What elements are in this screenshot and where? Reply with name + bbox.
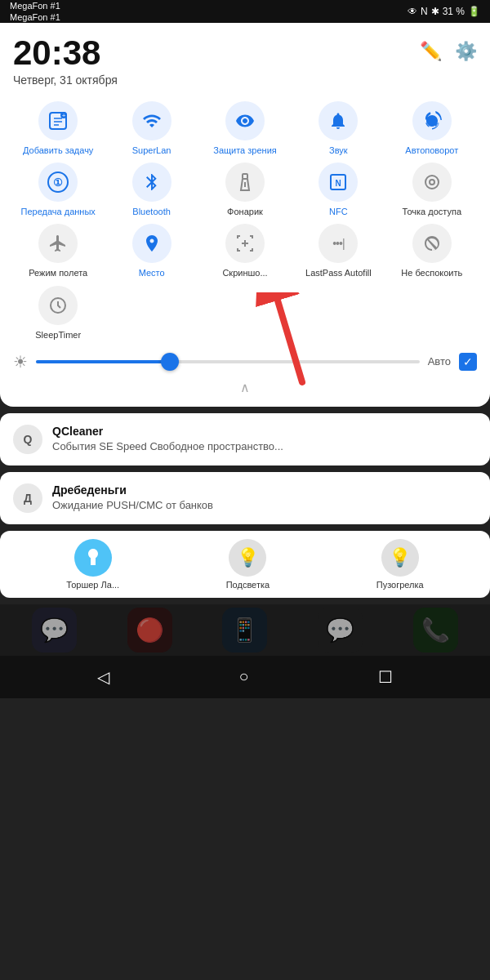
notif-qcleaner-content: QCleaner События SE Speed Свободное прос…	[52, 425, 477, 452]
shortcut-backlight[interactable]: 💡Подсветка	[226, 539, 270, 590]
home-button[interactable]: ○	[238, 667, 248, 686]
toggle-hotspot[interactable]: Точка доступа	[387, 163, 477, 217]
notif-qcleaner-icon: Q	[13, 425, 42, 454]
svg-text:+: +	[62, 112, 66, 119]
nfc-status-icon: N	[421, 6, 428, 17]
toggle-icon-auto-rotate	[412, 101, 452, 140]
toggle-icon-flashlight	[225, 163, 265, 202]
bluetooth-status-icon: ✱	[431, 6, 439, 17]
toggle-icon-lastpass: •••|	[318, 224, 358, 263]
quick-settings-panel: 20:38 Четверг, 31 октября ✏️ ⚙️ +Добавит…	[0, 23, 490, 407]
chevron-up-icon: ∧	[240, 380, 250, 395]
toggle-nfc[interactable]: NNFC	[293, 163, 383, 217]
toggle-icon-superlan	[132, 101, 172, 140]
toggle-icon-dnd	[412, 224, 452, 263]
notif-drebedengi[interactable]: Д Дребеденьги Ожидание PUSH/СМС от банко…	[0, 472, 490, 524]
status-bar: MegaFon #1 MegaFon #1 👁 N ✱ 31 % 🔋	[0, 0, 490, 23]
toggle-label-dnd: Не беспокоить	[401, 268, 462, 278]
shortcut-heater[interactable]: 💡Пузогрелка	[376, 539, 424, 590]
nav-bar: ◁ ○ ☐	[0, 656, 490, 698]
shortcut-torcher[interactable]: Торшер Ла...	[66, 539, 119, 590]
recents-button[interactable]: ☐	[378, 667, 393, 687]
brightness-slider[interactable]	[36, 360, 420, 363]
svg-text:N: N	[336, 179, 341, 188]
toggle-bluetooth[interactable]: Bluetooth	[106, 163, 196, 217]
toggle-label-sound: Звук	[329, 145, 348, 156]
notif-drebedengi-title: Дребеденьги	[52, 483, 477, 497]
toggle-sound[interactable]: Звук	[293, 101, 383, 156]
toggle-superlan[interactable]: SuperLan	[106, 101, 196, 156]
bg-icon-4: 💬	[318, 608, 363, 653]
toggle-label-eye-protection: Защита зрения	[213, 145, 277, 156]
shortcut-label-heater: Пузогрелка	[376, 580, 424, 590]
brightness-thumb	[161, 353, 179, 371]
toggle-data-transfer[interactable]: ①Передача данных	[13, 163, 103, 217]
status-right-icons: 👁 N ✱ 31 % 🔋	[408, 6, 480, 17]
toggle-label-nfc: NFC	[329, 207, 348, 217]
shortcut-icon-torcher	[74, 539, 112, 577]
toggle-icon-eye-protection	[225, 101, 265, 140]
toggle-dnd[interactable]: Не беспокоить	[387, 224, 477, 278]
edit-icon[interactable]: ✏️	[420, 41, 442, 62]
toggle-label-screenshot: Скриншо...	[222, 268, 267, 278]
toggle-airplane[interactable]: Режим полета	[13, 224, 103, 278]
toggle-lastpass[interactable]: •••|LastPass Autofill	[293, 224, 383, 278]
header-action-icons: ✏️ ⚙️	[420, 36, 477, 62]
notif-drebedengi-icon: Д	[13, 483, 42, 513]
chevron-row[interactable]: ∧	[13, 375, 477, 397]
shortcut-icon-heater: 💡	[381, 539, 419, 577]
bg-icon-3: 📱	[222, 608, 267, 653]
notif-qcleaner[interactable]: Q QCleaner События SE Speed Свободное пр…	[0, 413, 490, 466]
toggle-flashlight[interactable]: Фонарик	[200, 163, 290, 217]
toggle-label-airplane: Режим полета	[29, 268, 87, 278]
toggle-screenshot[interactable]: Скриншо...	[200, 224, 290, 278]
toggle-label-superlan: SuperLan	[132, 145, 172, 156]
toggle-label-bluetooth: Bluetooth	[132, 207, 170, 217]
shortcut-label-torcher: Торшер Ла...	[66, 580, 119, 590]
notif-drebedengi-content: Дребеденьги Ожидание PUSH/СМС от банков	[52, 483, 477, 511]
bg-app-icons: 💬 🔴 📱 💬 📞	[0, 604, 490, 656]
svg-point-9	[425, 176, 439, 189]
toggle-location[interactable]: Место	[106, 224, 196, 278]
status-carriers: MegaFon #1 MegaFon #1	[10, 0, 60, 23]
brightness-fill	[36, 360, 170, 363]
toggle-sleep-timer[interactable]: SleepTimer	[13, 286, 103, 341]
bg-icon-1: 💬	[32, 608, 77, 653]
toggle-icon-sleep-timer	[38, 286, 78, 325]
brightness-auto-label: Авто	[428, 355, 451, 368]
toggle-label-sleep-timer: SleepTimer	[35, 330, 81, 341]
back-button[interactable]: ◁	[97, 667, 109, 687]
toggle-label-auto-rotate: Автоповорот	[405, 145, 458, 156]
brightness-row: ☀ Авто ✓	[13, 352, 477, 372]
carrier1: MegaFon #1	[10, 0, 60, 11]
svg-point-10	[430, 180, 434, 185]
toggle-add-task[interactable]: +Добавить задачу	[13, 101, 103, 156]
shortcuts-card: Торшер Ла...💡Подсветка💡Пузогрелка	[0, 531, 490, 598]
toggle-label-hotspot: Точка доступа	[403, 207, 461, 217]
toggle-label-data-transfer: Передача данных	[21, 207, 96, 217]
toggle-label-location: Место	[139, 268, 165, 278]
shortcut-icon-backlight: 💡	[229, 539, 266, 577]
toggle-auto-rotate[interactable]: Автоповорот	[387, 101, 477, 156]
shortcut-row: Торшер Ла...💡Подсветка💡Пузогрелка	[0, 539, 490, 598]
toggle-label-flashlight: Фонарик	[227, 207, 263, 217]
toggle-icon-data-transfer: ①	[38, 163, 78, 202]
bg-icon-2: 🔴	[127, 608, 172, 653]
date: Четверг, 31 октября	[13, 74, 118, 87]
carrier2: MegaFon #1	[10, 11, 60, 23]
notif-qcleaner-body: События SE Speed Свободное пространство.…	[52, 440, 477, 452]
check-icon: ✓	[463, 355, 473, 368]
toggle-grid: +Добавить задачуSuperLanЗащита зренияЗву…	[13, 101, 477, 341]
quick-settings-wrapper: 20:38 Четверг, 31 октября ✏️ ⚙️ +Добавит…	[0, 23, 490, 407]
bg-icon-5: 📞	[413, 608, 458, 653]
brightness-icon: ☀	[13, 352, 28, 372]
toggle-eye-protection[interactable]: Защита зрения	[200, 101, 290, 156]
brightness-auto-checkbox[interactable]: ✓	[459, 353, 477, 371]
notif-qcleaner-title: QCleaner	[52, 425, 477, 438]
battery-text: 31 %	[443, 6, 465, 17]
notifications-list: Q QCleaner События SE Speed Свободное пр…	[0, 413, 490, 524]
toggle-icon-location	[132, 224, 172, 263]
clock: 20:38	[13, 36, 118, 70]
toggle-icon-bluetooth	[132, 163, 172, 202]
settings-icon[interactable]: ⚙️	[455, 41, 477, 62]
